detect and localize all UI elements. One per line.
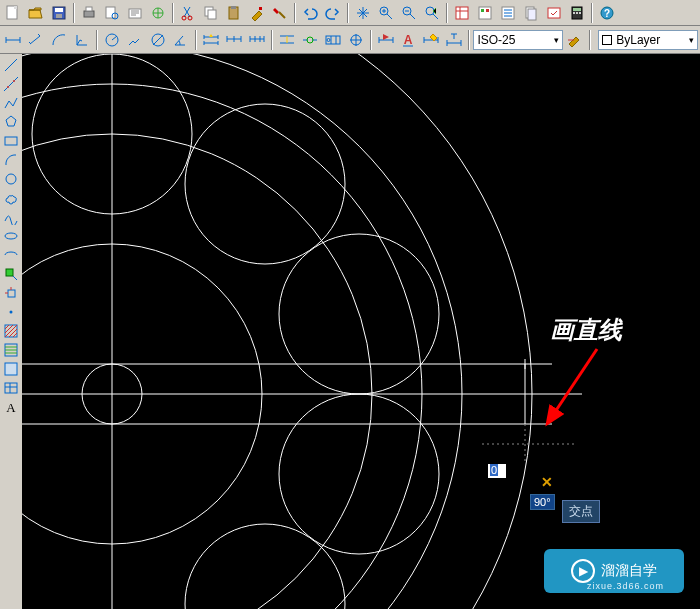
spline-button[interactable] — [2, 208, 20, 226]
sheet-set-button[interactable] — [520, 2, 542, 24]
zoom-window-button[interactable] — [421, 2, 443, 24]
dim-jogged-button[interactable] — [124, 29, 146, 51]
mtext-button[interactable]: A — [2, 398, 20, 416]
ellipse-arc-button[interactable] — [2, 246, 20, 264]
plot-button[interactable] — [147, 2, 169, 24]
new-file-button[interactable] — [2, 2, 24, 24]
svg-rect-17 — [259, 7, 262, 10]
watermark-domain: zixue.3d66.com — [587, 581, 664, 591]
svg-rect-23 — [481, 9, 484, 12]
rectangle-button[interactable] — [2, 132, 20, 150]
redo-button[interactable] — [322, 2, 344, 24]
dim-arc-button[interactable] — [48, 29, 70, 51]
save-button[interactable] — [48, 2, 70, 24]
dim-edit-button[interactable] — [420, 29, 442, 51]
svg-rect-33 — [579, 12, 581, 14]
match-properties-button[interactable] — [246, 2, 268, 24]
zoom-previous-button[interactable] — [398, 2, 420, 24]
osnap-tooltip: 交点 — [562, 500, 600, 523]
separator — [172, 3, 174, 23]
gradient-button[interactable] — [2, 341, 20, 359]
circle-button[interactable] — [2, 170, 20, 188]
color-value: ByLayer — [616, 33, 660, 47]
zoom-realtime-button[interactable] — [375, 2, 397, 24]
region-button[interactable] — [2, 360, 20, 378]
dim-aligned-button[interactable] — [25, 29, 47, 51]
dim-diameter-button[interactable] — [147, 29, 169, 51]
dim-style-button[interactable] — [564, 29, 586, 51]
drawing-canvas[interactable]: 画直线 0 ✕ 90° 交点 ▶ 溜溜自学 zixue.3d66.com — [22, 54, 700, 609]
paste-button[interactable] — [223, 2, 245, 24]
print-preview-button[interactable] — [101, 2, 123, 24]
svg-rect-24 — [486, 9, 489, 12]
print-button[interactable] — [78, 2, 100, 24]
hatch-button[interactable] — [2, 322, 20, 340]
dim-radius-button[interactable] — [101, 29, 123, 51]
insert-block-button[interactable] — [2, 265, 20, 283]
svg-rect-22 — [479, 7, 491, 19]
svg-point-50 — [10, 311, 13, 314]
annotation-arrow — [542, 344, 622, 444]
properties-button[interactable] — [451, 2, 473, 24]
polygon-button[interactable] — [2, 113, 20, 131]
cut-button[interactable] — [177, 2, 199, 24]
design-center-button[interactable] — [474, 2, 496, 24]
dim-angular-button[interactable] — [170, 29, 192, 51]
svg-rect-1 — [14, 6, 17, 9]
svg-rect-21 — [456, 7, 468, 19]
open-file-button[interactable] — [25, 2, 47, 24]
dim-baseline-button[interactable] — [223, 29, 245, 51]
color-swatch — [602, 35, 612, 45]
markup-button[interactable] — [543, 2, 565, 24]
svg-rect-53 — [5, 363, 17, 375]
dim-continue-button[interactable] — [246, 29, 268, 51]
dim-jog-line-button[interactable]: A — [398, 29, 420, 51]
svg-point-59 — [22, 134, 372, 609]
point-button[interactable] — [2, 303, 20, 321]
separator — [370, 30, 372, 50]
help-button[interactable]: ? — [596, 2, 618, 24]
svg-point-40 — [327, 38, 330, 41]
svg-point-44 — [13, 80, 15, 82]
tolerance-button[interactable] — [322, 29, 344, 51]
line-button[interactable] — [2, 56, 20, 74]
dim-quick-button[interactable] — [200, 29, 222, 51]
paint-button[interactable] — [269, 2, 291, 24]
separator — [195, 30, 197, 50]
dim-ordinate-button[interactable] — [71, 29, 93, 51]
watermark-badge: ▶ 溜溜自学 zixue.3d66.com — [544, 549, 684, 593]
ellipse-button[interactable] — [2, 227, 20, 245]
svg-rect-49 — [8, 290, 15, 297]
copy-button[interactable] — [200, 2, 222, 24]
svg-rect-45 — [5, 137, 17, 145]
table-button[interactable] — [2, 379, 20, 397]
tool-palette-button[interactable] — [497, 2, 519, 24]
make-block-button[interactable] — [2, 284, 20, 302]
dropdown-arrow-icon: ▾ — [689, 35, 694, 45]
polyline-button[interactable] — [2, 94, 20, 112]
dim-break-button[interactable] — [299, 29, 321, 51]
dim-inspect-button[interactable] — [375, 29, 397, 51]
calculator-button[interactable] — [566, 2, 588, 24]
watermark-logo-icon: ▶ — [571, 559, 595, 583]
undo-button[interactable] — [299, 2, 321, 24]
svg-rect-6 — [86, 7, 92, 11]
dim-tedit-button[interactable] — [443, 29, 465, 51]
dim-linear-button[interactable] — [2, 29, 24, 51]
annotation-label: 画直线 — [550, 314, 622, 346]
dim-style-combo[interactable]: ISO-25 ▾ — [473, 30, 563, 50]
svg-point-57 — [22, 54, 462, 609]
draw-toolbar: A — [0, 54, 22, 609]
color-combo[interactable]: ByLayer ▾ — [598, 30, 698, 50]
dim-space-button[interactable] — [276, 29, 298, 51]
dropdown-arrow-icon: ▾ — [554, 35, 559, 45]
publish-button[interactable] — [124, 2, 146, 24]
dynamic-input-angle: 90° — [530, 494, 555, 510]
dynamic-input-distance[interactable]: 0 — [487, 463, 507, 479]
revcloud-button[interactable] — [2, 189, 20, 207]
xline-button[interactable] — [2, 75, 20, 93]
pan-button[interactable] — [352, 2, 374, 24]
arc-button[interactable] — [2, 151, 20, 169]
center-mark-button[interactable] — [345, 29, 367, 51]
separator — [347, 3, 349, 23]
